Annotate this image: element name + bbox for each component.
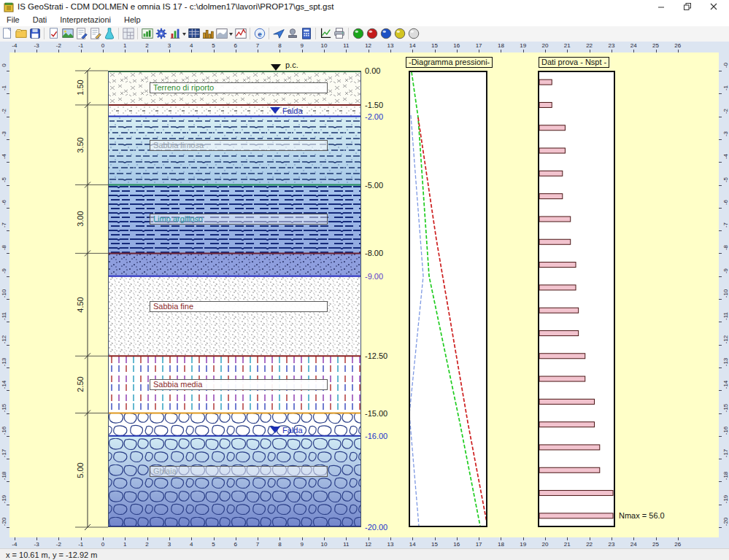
layout-window-icon[interactable] xyxy=(122,27,135,40)
ruler-number: -19 xyxy=(722,493,729,505)
ruler-number: 6 xyxy=(234,541,237,548)
report-icon[interactable] xyxy=(47,27,61,40)
pore-pressure-line xyxy=(410,115,423,526)
ruler-number: 26 xyxy=(674,541,681,548)
ruler-number: 6 xyxy=(234,42,237,49)
depth-label: -5.00 xyxy=(365,181,401,190)
ruler-number: -10 xyxy=(722,288,729,300)
status-bar: x = 10.61 m, y = -12.92 m xyxy=(0,548,729,560)
ball-blue-icon[interactable] xyxy=(379,27,393,40)
send-icon[interactable] xyxy=(272,27,285,40)
minimize-button[interactable] xyxy=(648,0,674,15)
toolbar-separator xyxy=(250,28,250,39)
ruler-number: 14 xyxy=(409,541,416,548)
ball-green-icon[interactable] xyxy=(352,27,365,40)
restore-button[interactable] xyxy=(674,0,701,15)
nspt-bar xyxy=(539,285,576,290)
ruler-tick xyxy=(103,537,104,540)
depth-label: -8.00 xyxy=(365,249,401,257)
ruler-number: -3 xyxy=(1,128,7,139)
edit-notes-icon[interactable] xyxy=(89,27,102,40)
print-icon[interactable] xyxy=(333,27,346,40)
ruler-tick xyxy=(719,230,722,231)
area-chart-icon[interactable] xyxy=(215,27,228,40)
nspt-bar xyxy=(539,171,563,176)
ruler-number: -13 xyxy=(722,356,729,368)
ruler-tick xyxy=(590,537,590,540)
ruler-number: 5 xyxy=(212,541,215,548)
ruler-number: -8 xyxy=(722,242,729,254)
save-icon[interactable] xyxy=(28,27,42,40)
ruler-tick xyxy=(656,537,657,540)
ruler-number: 23 xyxy=(608,42,614,49)
strata-chart-icon[interactable] xyxy=(141,27,154,40)
ball-red-icon[interactable] xyxy=(366,27,379,40)
window-title: IS GeoStrati - CDM DOLMEN e omnia IS 17 … xyxy=(18,2,333,11)
title-bar: IS GeoStrati - CDM DOLMEN e omnia IS 17 … xyxy=(0,0,729,15)
ruler-number: 8 xyxy=(278,42,281,49)
histogram-icon[interactable] xyxy=(201,27,215,40)
ruler-number: -9 xyxy=(722,265,729,276)
image-export-icon[interactable] xyxy=(61,27,74,40)
water-table-icon xyxy=(270,107,280,114)
nspt-bar xyxy=(539,330,579,335)
surface-marker-icon xyxy=(271,64,281,71)
menu-item-help[interactable]: Help xyxy=(117,15,147,27)
open-file-icon[interactable] xyxy=(15,27,28,40)
menu-item-dati[interactable]: Dati xyxy=(26,15,54,27)
ruler-tick xyxy=(457,537,458,540)
ruler-tick xyxy=(523,537,524,540)
app-window: IS GeoStrati - CDM DOLMEN e omnia IS 17 … xyxy=(0,0,729,560)
toolbar: e xyxy=(0,26,729,42)
ruler-number: 3 xyxy=(168,42,171,49)
axes-chart-icon[interactable] xyxy=(319,27,332,40)
nspt-bar xyxy=(539,102,552,107)
line-chart-icon[interactable] xyxy=(234,27,247,40)
surface-label: p.c. xyxy=(285,61,298,69)
ruler-tick xyxy=(501,537,501,540)
ruler-number: 19 xyxy=(520,42,526,49)
tools-icon[interactable] xyxy=(286,27,299,40)
edit-strata-icon[interactable] xyxy=(75,27,88,40)
ruler-tick xyxy=(719,390,722,391)
settings-icon[interactable] xyxy=(155,27,168,40)
bar-chart-icon[interactable] xyxy=(169,27,182,40)
ruler-tick xyxy=(719,436,722,437)
ruler-number: 0 xyxy=(101,42,104,49)
dropdown-caret-icon[interactable] xyxy=(182,27,187,40)
menu-item-interpretazioni[interactable]: Interpretazioni xyxy=(53,15,117,27)
nspt-bar xyxy=(539,217,571,222)
ball-white-icon[interactable] xyxy=(407,27,420,40)
ruler-number: -10 xyxy=(1,288,7,300)
export-web-icon[interactable]: e xyxy=(253,27,266,40)
nspt-chart-title: Dati prova - Nspt - xyxy=(539,57,609,68)
ruler-number: 16 xyxy=(453,42,460,49)
ruler-number: -6 xyxy=(1,196,7,208)
ball-yellow-icon[interactable] xyxy=(393,27,406,40)
ruler-number: 20 xyxy=(542,42,549,49)
ruler-number: 12 xyxy=(365,42,371,49)
dropdown-caret-icon[interactable] xyxy=(228,27,234,40)
nspt-bar xyxy=(539,308,579,313)
data-table-icon[interactable] xyxy=(188,27,201,40)
ruler-number: -17 xyxy=(1,448,7,459)
new-document-icon[interactable] xyxy=(1,27,14,40)
close-button[interactable] xyxy=(701,0,727,15)
calc-table-icon[interactable] xyxy=(300,27,313,40)
pressure-chart-title: -Diagramma pressioni- xyxy=(406,57,493,68)
nspt-chart xyxy=(538,71,615,527)
ruler-tick xyxy=(125,537,126,540)
lab-test-icon[interactable] xyxy=(103,27,116,40)
menu-item-file[interactable]: File xyxy=(0,15,26,27)
ruler-number: 17 xyxy=(476,541,482,548)
soil-column xyxy=(108,71,361,527)
ruler-number: 4 xyxy=(190,541,193,548)
ruler-number: -3 xyxy=(34,541,39,548)
ruler-tick xyxy=(147,537,148,540)
nspt-bar xyxy=(539,194,563,199)
ruler-tick xyxy=(719,185,722,186)
layer-thickness-label: 2.50 xyxy=(76,370,85,399)
ruler-number: -7 xyxy=(1,219,7,231)
nspt-bar xyxy=(539,399,595,404)
ruler-number: 18 xyxy=(498,541,504,548)
